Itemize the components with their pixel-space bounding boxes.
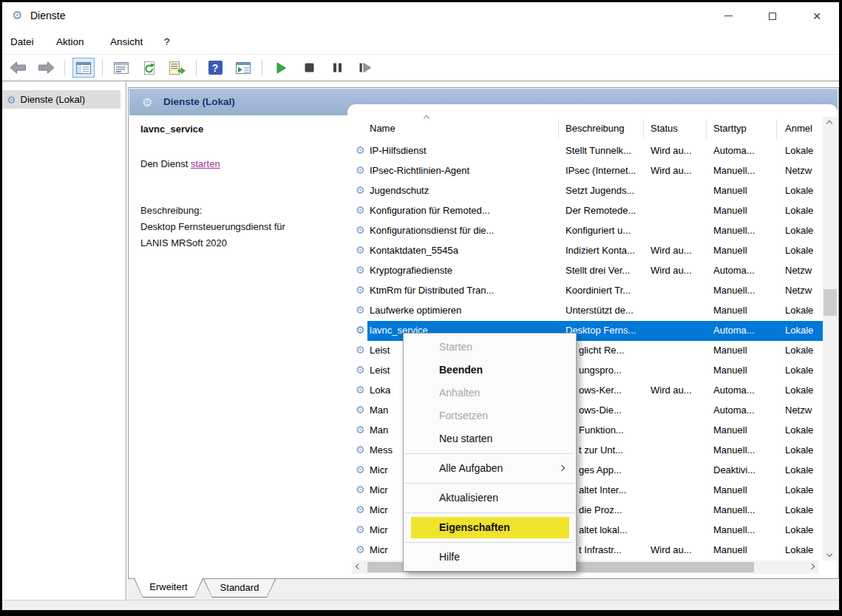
refresh-button[interactable] (138, 58, 160, 78)
window-title: Dienste (30, 10, 65, 21)
column-header-anmel[interactable]: Anmel (785, 123, 812, 134)
screenshot-frame: ⚙ Dienste × DateiAktionAnsicht? ? ⚙Diens… (0, 0, 842, 616)
column-header-beschreibung[interactable]: Beschreibung (566, 123, 625, 134)
toolbar-separator (64, 60, 65, 76)
properties-button[interactable] (110, 58, 132, 78)
starttype-cell: Manuell... (713, 285, 781, 296)
description-cell: altet lokal... (566, 524, 648, 535)
view-tabstrip: ErweitertStandard (128, 578, 839, 600)
scroll-right-icon[interactable] (809, 563, 815, 569)
column-header-status[interactable]: Status (651, 123, 678, 134)
start-service-button[interactable] (270, 58, 292, 78)
logon-cell: Netzw (785, 265, 822, 276)
service-row[interactable]: ⚙JugendschutzSetzt Jugends...ManuellLoka… (347, 181, 823, 201)
close-button[interactable]: × (795, 2, 839, 30)
extended-view-icon (236, 62, 251, 74)
service-gear-icon: ⚙ (356, 164, 365, 176)
tab-erweitert[interactable]: Erweitert (134, 578, 203, 598)
context-menu-item-hilfe[interactable]: Hilfe (404, 546, 576, 569)
service-row[interactable]: ⚙IPsec-Richtlinien-AgentIPsec (Internet.… (347, 161, 823, 181)
column-header-starttyp[interactable]: Starttyp (713, 123, 747, 134)
menu-ansicht[interactable]: Ansicht (107, 35, 146, 49)
tree-item-label: Dienste (Lokal) (21, 94, 85, 105)
description-cell: ows-Die... (566, 405, 648, 416)
console-tree-pane: ⚙Dienste (Lokal) (2, 82, 126, 600)
starttype-cell: Automa... (713, 325, 781, 336)
toolbar-separator (102, 60, 103, 76)
stop-service-icon (304, 62, 315, 73)
menu-help[interactable]: ? (161, 35, 173, 49)
vertical-scrollbar-thumb[interactable] (824, 289, 837, 316)
name-cell: Kryptografiedienste (370, 265, 557, 276)
service-row[interactable]: ⚙Konfiguration für Remoted...Der Remoted… (347, 201, 823, 221)
show-console-tree-button[interactable] (72, 58, 95, 78)
service-row[interactable]: ⚙Laufwerke optimierenUnterstützt de...Ma… (347, 301, 823, 321)
description-cell: Setzt Jugends... (566, 185, 648, 196)
maximize-button[interactable] (750, 2, 795, 30)
scroll-left-icon[interactable] (356, 563, 361, 569)
description-cell: Funktion... (566, 424, 648, 436)
export-list-button[interactable] (166, 58, 189, 78)
tab-standard[interactable]: Standard (203, 579, 276, 598)
action-prefix: Den Dienst (140, 158, 191, 169)
stop-service-button[interactable] (298, 58, 320, 78)
menu-aktion[interactable]: Aktion (53, 35, 87, 49)
context-menu-item-aktualisieren[interactable]: Aktualisieren (404, 487, 576, 510)
restart-service-button[interactable] (354, 58, 376, 78)
service-gear-icon: ⚙ (356, 484, 365, 495)
name-cell: IP-Hilfsdienst (370, 145, 557, 156)
context-menu-item-eigenschaften[interactable]: Eigenschaften (404, 516, 576, 539)
name-cell: Konfigurationsdienst für die... (370, 225, 557, 236)
description-cell: ungspro... (566, 365, 648, 376)
context-menu-item-beenden[interactable]: Beenden (404, 359, 576, 382)
service-row[interactable]: ⚙Kontaktdaten_5545aIndiziert Konta...Wir… (347, 241, 823, 261)
logon-cell: Lokale (785, 385, 822, 396)
selected-service-name: lavnc_service (140, 123, 203, 135)
status-cell: Wird au... (651, 265, 712, 276)
scroll-down-icon[interactable] (826, 551, 832, 557)
minimize-button[interactable] (706, 2, 750, 30)
help-icon: ? (208, 61, 223, 75)
context-menu-item-alle-aufgaben[interactable]: Alle Aufgaben (404, 457, 576, 480)
description-cell: Stellt drei Ver... (566, 265, 648, 276)
context-menu-item-neu-starten[interactable]: Neu starten (404, 427, 576, 450)
submenu-arrow-icon (559, 465, 565, 471)
start-service-link[interactable]: starten (191, 158, 220, 169)
logon-cell: Lokale (785, 484, 822, 495)
description-cell: ows-Ker... (566, 385, 648, 396)
extended-view-button[interactable] (232, 58, 254, 78)
column-header-name[interactable]: Name (370, 123, 395, 134)
vertical-scrollbar[interactable] (823, 117, 838, 561)
starttype-cell: Manuell (713, 205, 781, 216)
service-gear-icon: ⚙ (356, 244, 365, 256)
tree-item-dienste-lokal[interactable]: ⚙Dienste (Lokal) (2, 90, 120, 109)
status-cell: Wird au... (651, 165, 712, 176)
column-separator (643, 121, 644, 139)
maximize-icon (769, 13, 776, 20)
caption-buttons: × (706, 2, 839, 30)
service-row[interactable]: ⚙Konfigurationsdienst für die...Konfigur… (347, 221, 823, 241)
logon-cell: Lokale (785, 185, 822, 196)
logon-cell: Lokale (785, 524, 822, 535)
service-row[interactable]: ⚙KtmRm für Distributed Tran...Koordinier… (347, 281, 823, 301)
logon-cell: Lokale (785, 325, 822, 336)
export-list-icon (169, 61, 186, 75)
services-gear-icon: ⚙ (142, 95, 152, 109)
service-row[interactable]: ⚙IP-HilfsdienstStellt Tunnelk...Wird au.… (347, 141, 823, 161)
scroll-up-icon[interactable] (826, 121, 832, 126)
column-separator (558, 121, 559, 139)
pane-splitter[interactable] (126, 82, 126, 600)
back-icon (10, 61, 27, 74)
description-cell: t Infrastr... (566, 544, 648, 555)
pause-service-button[interactable] (326, 58, 348, 78)
service-gear-icon: ⚙ (356, 404, 365, 416)
status-cell: Wird au... (651, 145, 712, 156)
menu-datei[interactable]: Datei (7, 35, 37, 49)
back-button[interactable] (7, 58, 29, 78)
help-button[interactable]: ? (204, 58, 226, 78)
forward-button[interactable] (35, 58, 57, 78)
service-gear-icon: ⚙ (356, 524, 365, 535)
toolbar-separator (262, 60, 262, 76)
name-cell: Jugendschutz (370, 185, 557, 196)
service-row[interactable]: ⚙KryptografiediensteStellt drei Ver...Wi… (347, 261, 823, 281)
